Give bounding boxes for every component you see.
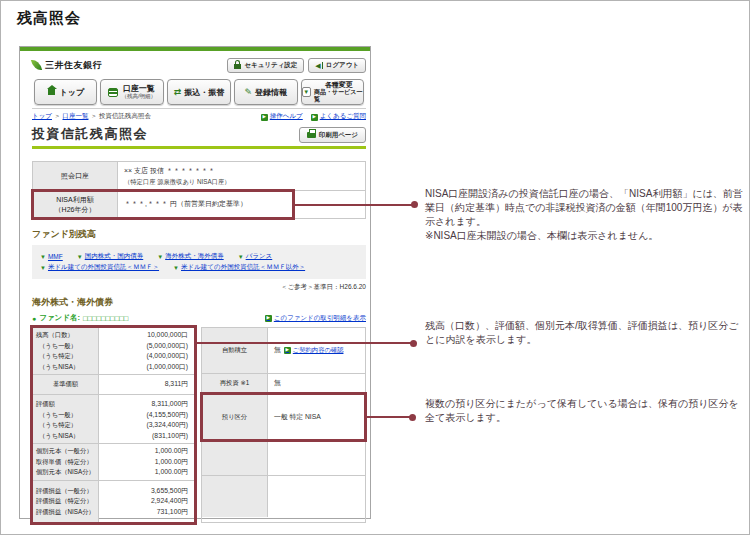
inquiry-account-label: 照会口座 — [33, 162, 118, 190]
triangle-down-icon: ▼ — [157, 254, 163, 260]
account-number: ×× 支店 投信 ＊＊＊＊＊＊＊ — [124, 166, 359, 176]
triangle-down-icon: ▼ — [173, 265, 179, 271]
fund-link-domestic[interactable]: ▼国内株式・国内債券 — [77, 252, 143, 261]
nav-top-button[interactable]: トップ — [34, 79, 98, 105]
detail-square-icon: ▶ — [265, 315, 272, 322]
figure-canvas: 残高照会 三井住友銀行 セキュリティ設定 ◀ ログアウト — [0, 0, 750, 535]
holdings-heading: 海外株式・海外債券 — [32, 296, 366, 309]
printer-icon — [307, 132, 316, 138]
pencil-icon: ✎ — [245, 88, 253, 97]
breadcrumb-separator: ＞ — [54, 112, 61, 119]
custody-type-label: 預り区分 — [202, 394, 268, 440]
figure-title: 残高照会 — [17, 9, 81, 28]
bank-logo[interactable]: 三井住友銀行 — [32, 59, 102, 72]
annotation-custody-text: 複数の預り区分にまたがって保有している場合は、保有の預り区分を全て表示します。 — [425, 397, 743, 425]
logout-label: ログアウト — [326, 61, 359, 70]
triangle-down-icon: ▼ — [238, 254, 244, 260]
operation-help-link[interactable]: ▶操作ヘルプ — [261, 112, 303, 121]
fund-name-row: ● ファンド名: □□□□□□□□□□ ▶ このファンドの取引明細を表示 — [32, 313, 366, 323]
inquiry-account-row: 照会口座 ×× 支店 投信 ＊＊＊＊＊＊＊ （特定口座 源泉徴収あり NISA口… — [33, 162, 365, 190]
account-list-icon — [108, 88, 118, 97]
title-underline — [32, 146, 366, 149]
empty-row — [202, 475, 365, 517]
account-type: （特定口座 源泉徴収あり NISA口座） — [124, 177, 359, 186]
balance-breakdown-table: 残高（口数） （うち一般） （うち特定） （うちNISA） 10,000,000… — [32, 327, 195, 523]
reinvest-label: 再投資 ※1 — [202, 374, 268, 393]
gain-loss-labels: 評価損益（一般分） 評価損益（特定分） 評価損益（NISA分） — [33, 481, 99, 522]
triangle-down-icon: ▼ — [40, 254, 46, 260]
help-links: ▶操作ヘルプ ▶よくあるご質問 — [261, 112, 366, 121]
print-page-button[interactable]: 印刷用ページ — [299, 127, 366, 143]
fund-settings-table: 自動積立 無 ▶ ご契約内容の確認 再投資 ※1 無 預り区分 一般 特 — [201, 327, 366, 523]
header-divider — [32, 108, 366, 109]
home-icon — [47, 89, 57, 97]
fund-link-mmf[interactable]: ▼MMF — [40, 252, 63, 261]
fund-link-usd-mmf[interactable]: ▼米ドル建ての外国投資信託＜ＭＭＦ＞ — [40, 263, 159, 272]
print-page-label: 印刷用ページ — [319, 131, 358, 140]
breadcrumb-link-accounts[interactable]: 口座一覧 — [62, 112, 88, 119]
account-info-table: 照会口座 ×× 支店 投信 ＊＊＊＊＊＊＊ （特定口座 源泉徴収あり NISA口… — [32, 161, 366, 219]
faq-link[interactable]: ▶よくあるご質問 — [311, 112, 366, 121]
valuation-row-values: 8,311,000円 (4,155,500円) (3,324,400円) (83… — [99, 395, 194, 443]
cost-basis-values: 1,000.00円 1,000.00円 1,000.00円 — [99, 444, 194, 480]
custody-type-value: 一般 特定 NISA — [268, 394, 365, 440]
nav-changes-label2: 商品・サービス一覧 — [314, 89, 364, 103]
inquiry-account-value: ×× 支店 投信 ＊＊＊＊＊＊＊ （特定口座 源泉徴収あり NISA口座） — [118, 162, 365, 190]
nav-accounts-label: 口座一覧 — [123, 84, 155, 93]
triangle-down-icon: ▼ — [77, 254, 83, 260]
fund-link-foreign[interactable]: ▼海外株式・海外債券 — [157, 252, 223, 261]
faq-square-icon: ▶ — [311, 114, 318, 121]
contract-detail-link[interactable]: ▶ ご契約内容の確認 — [284, 345, 344, 356]
breadcrumb-row: トップ＞口座一覧＞投資信託残高照会 ▶操作ヘルプ ▶よくあるご質問 — [32, 112, 366, 121]
custody-callout-line — [364, 416, 412, 418]
custody-type-row: 預り区分 一般 特定 NISA — [202, 393, 365, 440]
nav-changes-label1: 各種変更 — [325, 81, 353, 89]
gain-loss-row: 評価損益（一般分） 評価損益（特定分） 評価損益（NISA分） 3,655,50… — [33, 480, 194, 522]
lock-icon — [234, 64, 241, 69]
chevron-down-icon: ▼ — [302, 87, 311, 97]
gain-loss-values: 3,655,500円 2,924,400円 731,100円 — [99, 481, 194, 522]
fund-category-links: ▼MMF ▼国内株式・国内債券 ▼海外株式・海外債券 ▼バランス ▼米ドル建ての… — [32, 245, 366, 279]
fund-detail-link[interactable]: ▶ このファンドの取引明細を表示 — [265, 314, 366, 323]
nav-changes-button[interactable]: ▼ 各種変更 商品・サービス一覧 — [301, 79, 365, 105]
green-dot-icon: ● — [32, 315, 36, 322]
breadcrumb-current: 投資信託残高照会 — [99, 112, 151, 119]
logout-icon: ◀ — [315, 62, 322, 69]
auto-invest-row: 自動積立 無 ▶ ご契約内容の確認 — [202, 328, 365, 373]
nisa-usage-row: NISA利用額 （H26年分） ＊＊＊,＊＊＊ 円（前営業日約定基準） — [33, 190, 365, 218]
breadcrumb-link-top[interactable]: トップ — [32, 112, 52, 119]
valuation-row-labels: 評価額 （うち一般） （うち特定） （うちNISA） — [33, 395, 99, 443]
annotation-nisa-note: ※NISA口座未開設の場合、本欄は表示されません。 — [425, 229, 743, 243]
fund-link-balance[interactable]: ▼バランス — [238, 252, 273, 261]
breadcrumb: トップ＞口座一覧＞投資信託残高照会 — [32, 112, 151, 121]
annotation-breakdown: 残高（口数）、評価額、個別元本/取得算価、評価損益は、預り区分ごとに内訳を表示し… — [425, 319, 743, 347]
empty-row — [202, 440, 365, 475]
nav-registration-label: 登録情報 — [255, 87, 287, 98]
annotation-breakdown-text: 残高（口数）、評価額、個別元本/取得算価、評価損益は、預り区分ごとに内訳を表示し… — [425, 319, 743, 347]
annotation-nisa: NISA口座開設済みの投資信託口座の場合、「NISA利用額」には、前営業日（約定… — [425, 187, 743, 243]
fund-link-usd-other[interactable]: ▼米ドル建ての外国投資信託＜ＭＭＦ以外＞ — [173, 263, 305, 272]
nav-price-value: 8,311円 — [99, 375, 194, 394]
brand-green-bar — [20, 47, 370, 51]
balance-row-labels: 残高（口数） （うち一般） （うち特定） （うちNISA） — [33, 328, 99, 374]
page-title: 投資信託残高照会 — [32, 125, 148, 143]
breadcrumb-separator: ＞ — [90, 112, 97, 119]
nav-transfer-label: 振込・振替 — [184, 87, 224, 98]
help-square-icon: ▶ — [261, 114, 268, 121]
page-title-row: 投資信託残高照会 印刷用ページ — [32, 125, 366, 143]
nav-accounts-button[interactable]: 口座一覧 （残高/明細） — [100, 79, 164, 105]
nav-transfer-button[interactable]: ⇄ 振込・振替 — [167, 79, 231, 105]
bank-page-panel: 三井住友銀行 セキュリティ設定 ◀ ログアウト トップ — [19, 46, 371, 519]
nav-registration-button[interactable]: ✎ 登録情報 — [234, 79, 298, 105]
nisa-usage-value: ＊＊＊,＊＊＊ 円（前営業日約定基準） — [118, 191, 365, 218]
auto-invest-value: 無 ▶ ご契約内容の確認 — [268, 328, 365, 373]
nav-price-row: 基準価額 8,311円 — [33, 374, 194, 394]
bank-name: 三井住友銀行 — [45, 59, 102, 72]
security-settings-button[interactable]: セキュリティ設定 — [227, 58, 304, 73]
balance-row: 残高（口数） （うち一般） （うち特定） （うちNISA） 10,000,000… — [33, 328, 194, 374]
nav-price-label: 基準価額 — [33, 375, 99, 394]
header-buttons: セキュリティ設定 ◀ ログアウト — [227, 58, 366, 73]
site-header: 三井住友銀行 セキュリティ設定 ◀ ログアウト — [32, 55, 366, 75]
logout-button[interactable]: ◀ ログアウト — [308, 58, 366, 73]
fund-balance-heading: ファンド別残高 — [32, 228, 366, 241]
